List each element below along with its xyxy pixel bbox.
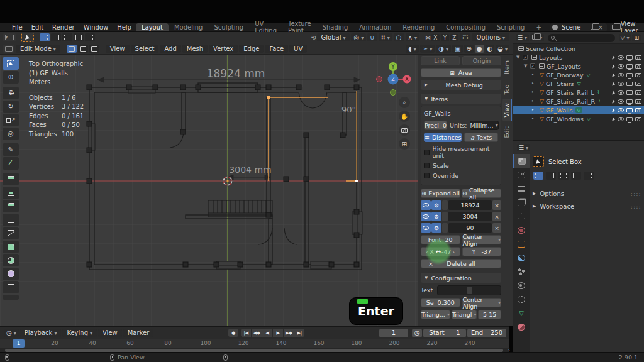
tool-inset-faces[interactable] [3,187,19,199]
tool-annotate[interactable]: ✎ [3,143,19,156]
tool-scale[interactable]: ↗ [3,114,19,126]
pivot-point-dropdown[interactable]: ◎ [351,33,366,41]
outliner-row-gf-windows[interactable]: ‣▽ GF_Windows▽ [513,114,644,123]
scene-name[interactable]: Scene [558,24,591,31]
mirror-y-button[interactable]: Y [441,34,449,41]
snap-settings-dropdown[interactable]: ⠿ [379,33,392,41]
tool-measure[interactable]: ∠ [3,157,19,170]
tab-particles[interactable] [513,265,530,278]
hide-icon[interactable] [618,117,624,121]
render-disable-icon[interactable] [635,90,641,95]
mirror-z-button[interactable]: Z [450,34,458,41]
record-button[interactable]: ● [228,329,238,337]
collapse-all-button[interactable]: ⊖Collapse all [462,189,501,198]
tab-scene[interactable] [513,209,530,223]
hide-icon[interactable] [618,99,624,104]
outliner-row-gf-walls[interactable]: ‣▽ GF_Walls ▽ [513,106,644,114]
tab-view-layer[interactable] [513,195,530,209]
disclosure-icon[interactable]: ▼ [524,63,530,69]
gizmos-dropdown[interactable]: ➣ [420,45,435,53]
workspace-tab-modeling[interactable]: Modeling [169,23,209,31]
keying-menu[interactable]: Keying [62,329,97,337]
selectable-icon[interactable] [612,108,615,112]
menu-mesh[interactable]: Mesh [182,45,208,53]
select-mode-intersect-icon[interactable] [85,33,95,41]
next-keyframe-button[interactable]: ▶◆ [284,329,294,337]
outliner-row-gf-stairs-rail-r[interactable]: ‣▽ GF_Stairs_Rail_R⌇ [513,97,644,106]
axis-gizmo[interactable]: Y Z X [376,58,414,97]
measurement-value[interactable]: 18924 [448,200,492,210]
delete-measurement-icon[interactable]: × [492,200,501,210]
visibility-eye-icon[interactable] [421,212,431,221]
jump-to-end-button[interactable]: ▶| [294,329,304,337]
select-mode-intersect-icon[interactable] [584,172,594,180]
delete-measurement-icon[interactable]: × [492,223,501,233]
proportional-editing-icon[interactable]: ○ [394,33,404,41]
settings-gear-icon[interactable]: ⚙ [431,212,441,221]
position-y-slider[interactable]: Y -37 [462,247,502,256]
menu-uv[interactable]: UV [289,45,307,53]
outliner-row-gf-doorway[interactable]: ‣▽ GF_Doorway▽ [513,70,644,79]
tab-world[interactable] [513,223,530,237]
workspace-tab-scripting[interactable]: Scripting [491,23,530,31]
workspace-tab-shading[interactable]: Shading [317,23,354,31]
texts-toggle[interactable]: aTexts [464,133,498,142]
menu-edge[interactable]: Edge [239,45,264,53]
active-tool-icon[interactable] [21,33,34,42]
use-preview-range-icon[interactable]: ◷ [412,329,422,337]
hide-icon[interactable] [618,55,624,60]
units-dropdown[interactable]: Millim... [470,121,499,130]
select-mode-new-icon[interactable] [40,33,50,41]
edge-select-icon[interactable] [78,45,88,53]
workspace-tab-animation[interactable]: Animation [353,23,397,31]
tool-cursor[interactable]: ⊕ [3,71,19,84]
outliner-row-scene-collection[interactable]: Scene Collection [513,44,644,53]
settings-gear-icon[interactable]: ⚙ [431,200,441,210]
outliner-filter-icon[interactable] [530,34,544,41]
prev-keyframe-button[interactable]: ◀◆ [252,329,262,337]
measurement-value[interactable]: 90 [448,223,492,233]
separation-slider[interactable]: Se 0.300 [421,298,460,307]
end-frame-field[interactable]: End250 [467,329,506,337]
precision-slider[interactable]: Preci 0 [424,121,447,130]
menu-select[interactable]: Select [131,45,159,53]
viewport-editor-icon[interactable] [3,45,14,53]
triangulate-dropdown-b[interactable]: Triangl [452,310,477,319]
selectable-icon[interactable] [612,82,615,86]
tool-smooth[interactable] [3,268,19,280]
visibility-eye-icon[interactable] [421,200,431,210]
workspace-tab-rendering[interactable]: Rendering [397,23,440,31]
mesh-debug-panel-header[interactable]: ▶Mesh Debug [421,80,501,90]
tool-bevel[interactable] [3,200,19,212]
camera-view-icon[interactable] [399,124,410,136]
render-disable-icon[interactable] [635,64,641,69]
text-input[interactable] [437,285,501,295]
tab-output[interactable] [513,182,530,195]
outliner-row-gf-layouts[interactable]: ▼ ✓ GF_Layouts [513,62,644,70]
triangulate-values-field[interactable]: 5 15 [478,310,501,319]
3d-viewport[interactable]: 18924 mm 3004 mm 90° Top Orthographic (1… [0,55,418,326]
scrollbar-thumb[interactable] [5,349,503,352]
tab-physics[interactable] [513,278,530,292]
menu-face[interactable]: Face [265,45,288,53]
vertex-select-icon[interactable] [67,45,77,53]
viewport-disable-icon[interactable] [626,117,633,121]
play-button[interactable]: ▶ [273,329,283,337]
hide-icon[interactable] [618,82,624,86]
select-mode-invert-icon[interactable] [571,172,581,180]
tool-poly-build[interactable] [3,241,19,253]
menu-edit[interactable]: Edit [27,24,48,31]
tool-loop-cut[interactable] [3,214,19,226]
shading-solid-icon[interactable]: ● [475,45,484,53]
outliner-row-gf-stairs[interactable]: ‣▽ GF_Stairs▽ [513,79,644,88]
viewport-disable-icon[interactable] [626,82,633,86]
transform-orientation-dropdown[interactable]: Global [317,33,350,41]
area-button[interactable]: ⊞Area [421,68,501,77]
tab-object[interactable] [513,237,530,251]
tool-edge-slide[interactable] [3,281,19,293]
scene-selector[interactable]: Scene × [550,23,607,31]
active-tool-thumb[interactable] [533,156,544,167]
hide-icon[interactable] [618,73,624,77]
sidebar-tab-item[interactable]: Item [502,57,511,78]
timeline-ruler[interactable]: 20 40 60 80 100 120 140 160 180 200 220 … [0,339,509,348]
